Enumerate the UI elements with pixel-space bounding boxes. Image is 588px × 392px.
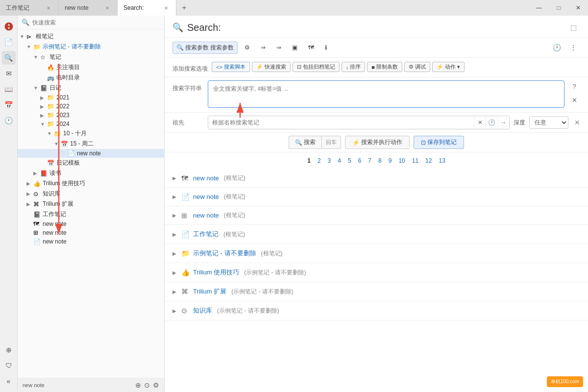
tree-item-newnote[interactable]: 📄 new note (18, 149, 164, 158)
add-note-button[interactable]: ⊕ (2, 343, 16, 357)
page-8[interactable]: 8 (376, 156, 384, 165)
toggle-root[interactable]: ▼ (20, 34, 26, 39)
page-9[interactable]: 9 (386, 156, 394, 165)
result-title-3[interactable]: 工作笔记 (193, 230, 219, 239)
main-expand-icon[interactable]: ⬚ (566, 21, 580, 34)
history-icon-btn[interactable]: 🕐 (550, 41, 564, 54)
result-toggle-2[interactable]: ▶ (172, 213, 178, 218)
sidebar-layers-icon[interactable]: ⊕ (135, 381, 141, 389)
search-execute-button[interactable]: 🔍 搜索 (289, 136, 321, 149)
tree-item-diarytemplate[interactable]: 📅 日记模板 (18, 158, 164, 168)
book-button[interactable]: 📖 (2, 82, 16, 96)
toggle-oct[interactable]: ▼ (47, 131, 54, 136)
tree-item-work[interactable]: 📓 工作笔记 (18, 209, 164, 220)
result-title-7[interactable]: 知识库 (193, 306, 212, 315)
result-item-5[interactable]: ▶ 👍 Trilium 使用技巧 (示例笔记 - 请不要删除) (165, 263, 588, 282)
result-title-5[interactable]: Trilium 使用技巧 (193, 268, 239, 277)
chip-action[interactable]: ⚡ 动作 ▾ (432, 62, 465, 72)
collapse-button[interactable]: « (2, 374, 16, 388)
result-item-4[interactable]: ▶ 📁 示例笔记 - 请不要删除 (根笔记) (165, 244, 588, 263)
toggle-2021[interactable]: ▶ (40, 95, 47, 100)
tab-work[interactable]: Search: 工作笔记 ✕ (0, 0, 59, 16)
tree-item-newnote-doc[interactable]: 📄 new note (18, 237, 164, 246)
logo-button[interactable] (2, 20, 16, 33)
sidebar-gear-icon[interactable]: ⚙ (153, 381, 159, 389)
clear-search-icon[interactable]: ✕ (568, 94, 580, 106)
tab-filter4[interactable]: ▣ (288, 42, 301, 53)
tree-item-ext[interactable]: ▶ ⌘ Trilium 扩展 (18, 199, 164, 209)
tab-info[interactable]: ℹ (321, 42, 331, 53)
result-toggle-0[interactable]: ▶ (172, 175, 178, 181)
search-enter-label[interactable]: 回车 (321, 136, 341, 149)
result-title-6[interactable]: Trilium 扩展 (193, 287, 226, 296)
tab-map[interactable]: 🗺 (304, 42, 318, 53)
result-toggle-5[interactable]: ▶ (172, 270, 178, 275)
ancestor-clear-icon[interactable]: ✕ (474, 116, 486, 129)
result-title-1[interactable]: new note (193, 193, 219, 200)
tab-work-close[interactable]: ✕ (45, 4, 52, 12)
toggle-2023[interactable]: ▶ (40, 113, 47, 118)
tab-search-close[interactable]: ✕ (162, 4, 170, 12)
tree-item-2022[interactable]: ▶ 📁 2022 (18, 102, 164, 111)
close-button[interactable]: ✕ (568, 0, 588, 16)
toggle-ext[interactable]: ▶ (26, 201, 33, 207)
tab-filter2[interactable]: ⇒ (257, 42, 270, 53)
maximize-button[interactable]: □ (549, 0, 568, 16)
toggle-2022[interactable]: ▶ (40, 104, 47, 109)
page-3[interactable]: 3 (325, 156, 334, 165)
tab-filter1[interactable]: ⚙ (241, 42, 254, 53)
toggle-example[interactable]: ▼ (26, 44, 33, 49)
depth-select[interactable]: 任意 1 2 3 (529, 116, 568, 129)
ancestor-row-close[interactable]: ✕ (574, 119, 580, 126)
tree-item-2021[interactable]: ▶ 📁 2021 (18, 93, 164, 102)
page-12[interactable]: 12 (423, 156, 434, 165)
page-2[interactable]: 2 (315, 156, 323, 165)
tree-item-newnote-map[interactable]: 🗺 new note (18, 220, 164, 228)
page-10[interactable]: 10 (396, 156, 407, 165)
result-title-4[interactable]: 示例笔记 - 请不要删除 (193, 249, 256, 258)
tree-item-reading[interactable]: ▶ 📕 读书 (18, 168, 164, 178)
tree-item-oct[interactable]: ▼ 📁 10 - 十月 (18, 128, 164, 139)
tree-item-newnote-table[interactable]: ⊞ new note (18, 228, 164, 237)
chip-archive[interactable]: ⊡ 包括归档笔记 (293, 62, 340, 72)
save-to-note-button[interactable]: ⊡ 保存到笔记 (414, 136, 464, 149)
chip-script[interactable]: <> 搜索脚本 (212, 62, 250, 72)
result-toggle-3[interactable]: ▶ (172, 232, 178, 237)
result-toggle-7[interactable]: ▶ (172, 308, 178, 314)
search-action-button[interactable]: ⚡ 搜索并执行动作 (345, 136, 410, 149)
result-item-1[interactable]: ▶ 📄 new note (根笔记) (165, 188, 588, 206)
tree-item-diary[interactable]: ▼ 📓 日记 (18, 83, 164, 93)
search-string-input[interactable] (208, 80, 564, 108)
sidebar-target-icon[interactable]: ⊙ (144, 381, 150, 389)
search-button[interactable]: 🔍 (2, 51, 16, 65)
tree-item-root[interactable]: ▼ ⊳ 根笔记 (18, 31, 164, 42)
tree-item-tips[interactable]: ▶ 👍 Trilium 使用技巧 (18, 178, 164, 189)
result-item-0[interactable]: ▶ 🗺 new note (根笔记) (165, 169, 588, 188)
tree-item-knowledge[interactable]: ▶ ⊙ 知识库 (18, 189, 164, 199)
sidebar-search-input[interactable] (32, 19, 160, 26)
page-1[interactable]: 1 (305, 156, 313, 165)
toggle-knowledge[interactable]: ▶ (26, 191, 33, 196)
result-item-7[interactable]: ▶ ⊙ 知识库 (示例笔记 - 请不要删除) (165, 301, 588, 320)
result-toggle-1[interactable]: ▶ (172, 194, 178, 199)
tree-item-2024[interactable]: ▼ 📁 2024 (18, 120, 164, 128)
result-item-6[interactable]: ▶ ⌘ Trilium 扩展 (示例笔记 - 请不要删除) (165, 282, 588, 301)
page-6[interactable]: 6 (356, 156, 364, 165)
more-icon-btn[interactable]: ⋮ (566, 41, 580, 54)
page-13[interactable]: 13 (436, 156, 447, 165)
tab-filter3[interactable]: ⇒ (272, 42, 285, 53)
notes-button[interactable]: 📄 (2, 35, 16, 49)
tree-item-temp[interactable]: 🚌 临时目录 (18, 73, 164, 83)
toggle-diary[interactable]: ▼ (33, 85, 40, 91)
tree-item-focus[interactable]: 🔥 关注项目 (18, 62, 164, 73)
toggle-reading[interactable]: ▶ (33, 171, 40, 176)
result-toggle-4[interactable]: ▶ (172, 251, 178, 256)
help-icon[interactable]: ? (568, 80, 580, 92)
ancestor-input[interactable] (208, 119, 474, 126)
page-11[interactable]: 11 (410, 156, 421, 165)
result-item-2[interactable]: ▶ ⊞ new note (根笔记) (165, 206, 588, 225)
chip-debug[interactable]: ⚙ 调试 (404, 62, 430, 72)
chip-sort[interactable]: ↓ 排序 (342, 62, 366, 72)
result-item-3[interactable]: ▶ 📄 工作笔记 (根笔记) (165, 225, 588, 244)
toggle-day15[interactable]: ▼ (54, 141, 61, 147)
